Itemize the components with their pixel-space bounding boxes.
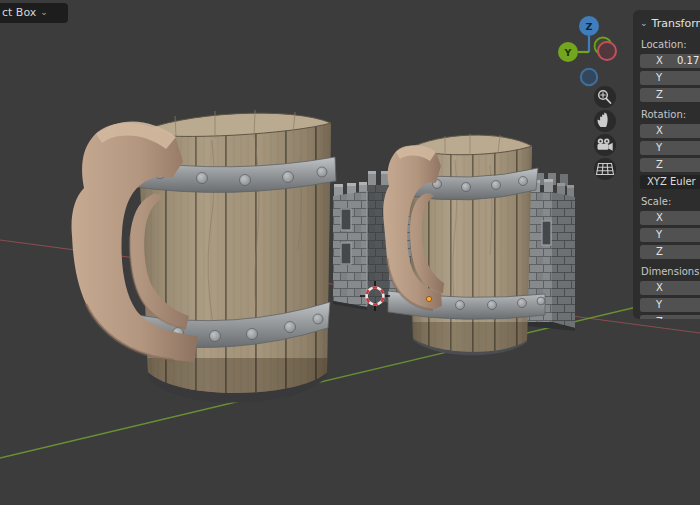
gizmo-axis-z-neg[interactable]: [581, 69, 597, 85]
axis-label: X: [656, 282, 663, 293]
gizmo-axis-z-pos[interactable]: Z: [579, 16, 599, 36]
ortho-button[interactable]: [594, 158, 616, 180]
select-box-label: ct Box: [2, 3, 36, 23]
field-scale-y[interactable]: Y: [640, 228, 700, 242]
axis-value: 0.17: [677, 55, 699, 66]
castle-window-slit: [341, 243, 351, 264]
axis-label: Z: [656, 89, 663, 100]
viewport-3d-scene[interactable]: Z Y: [0, 0, 700, 505]
field-location-x[interactable]: X 0.17: [640, 54, 700, 68]
field-location-z[interactable]: Z: [640, 88, 700, 102]
field-location-y[interactable]: Y: [640, 71, 700, 85]
axis-label: Z: [656, 316, 663, 319]
axis-label: X: [656, 212, 663, 223]
field-scale-x[interactable]: X: [640, 211, 700, 225]
select-box-tool-button[interactable]: ct Box ⌄: [0, 3, 68, 23]
axis-label: X: [656, 125, 663, 136]
axis-label: Z: [656, 159, 663, 170]
gizmo-z-label: Z: [586, 21, 593, 32]
location-heading: Location:: [641, 39, 700, 51]
field-rotation-x[interactable]: X: [640, 124, 700, 138]
field-rotation-y[interactable]: Y: [640, 141, 700, 155]
rotation-heading: Rotation:: [641, 109, 700, 121]
field-dimensions-z[interactable]: Z: [640, 315, 700, 319]
transform-panel-header[interactable]: ⌄ Transform: [640, 15, 700, 32]
wooden-mug-large[interactable]: [72, 100, 339, 410]
field-scale-z[interactable]: Z: [640, 245, 700, 259]
panel-title: Transform: [652, 17, 700, 30]
axis-label: Y: [656, 142, 662, 153]
axis-label: X: [656, 55, 663, 66]
object-origin-dot: [426, 296, 431, 301]
collapse-chevron-icon: ⌄: [640, 18, 648, 28]
axis-label: Y: [656, 299, 662, 310]
axis-label: Z: [656, 246, 663, 257]
field-dimensions-x[interactable]: X: [640, 281, 700, 295]
castle-left-wall: [333, 182, 367, 310]
axis-label: Y: [656, 229, 662, 240]
chevron-down-icon: ⌄: [40, 2, 48, 22]
transform-panel[interactable]: ⌄ Transform Location: X 0.17 Y Z Rotatio…: [633, 10, 700, 319]
camera-button[interactable]: [594, 134, 616, 156]
blender-viewport[interactable]: Z Y: [0, 0, 700, 505]
castle-window-slit: [542, 221, 551, 245]
zoom-button[interactable]: [594, 86, 616, 108]
viewport-nav-buttons[interactable]: [594, 86, 616, 180]
scale-heading: Scale:: [641, 196, 700, 208]
rotation-mode-dropdown[interactable]: XYZ Euler: [640, 175, 700, 189]
castle-window-slit: [341, 209, 351, 230]
gizmo-y-label: Y: [564, 47, 572, 58]
axis-label: Y: [656, 72, 662, 83]
view-navigation-gizmo[interactable]: Z Y: [558, 16, 616, 85]
gizmo-axis-y-pos[interactable]: Y: [558, 42, 578, 62]
pan-button[interactable]: [594, 110, 616, 132]
field-rotation-z[interactable]: Z: [640, 158, 700, 172]
dimensions-heading: Dimensions:: [641, 266, 700, 278]
gizmo-axis-x-neg[interactable]: [598, 42, 616, 60]
field-dimensions-y[interactable]: Y: [640, 298, 700, 312]
